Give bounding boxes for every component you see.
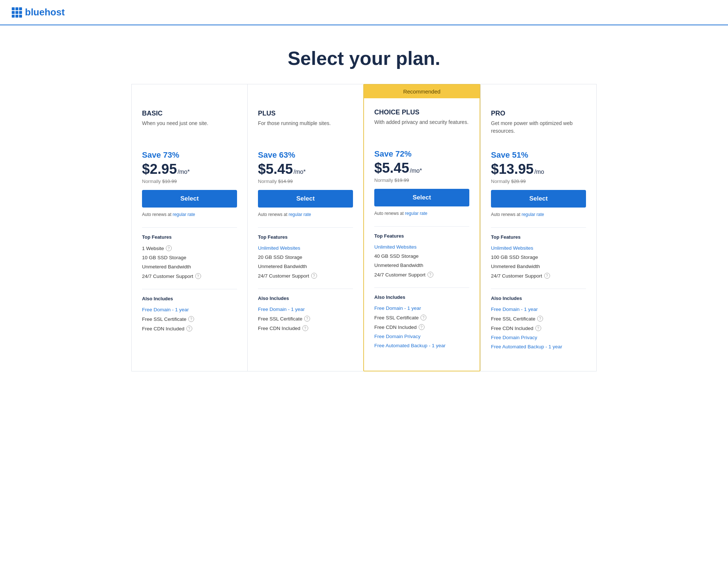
logo-grid-icon [12,7,22,18]
divider-2 [374,287,469,288]
also-includes-item[interactable]: Free Domain - 1 year [258,305,353,314]
also-includes-list: Free Domain - 1 yearFree SSL Certificate… [374,304,469,350]
recommended-banner: Recommended [364,85,480,98]
top-features-label: Top Features [258,234,353,240]
info-icon: ? [419,324,425,330]
price-amount: $5.45 [374,160,409,176]
feature-item: Unmetered Bandwidth [258,262,353,271]
feature-item: Unmetered Bandwidth [374,261,469,270]
also-includes-label: Also Includes [142,296,237,301]
price-normal: Normally $19.99 [374,177,469,183]
also-includes-item: Free CDN Included? [491,323,586,333]
plan-name: CHOICE PLUS [374,109,469,116]
plan-content: CHOICE PLUS With added privacy and secur… [364,98,480,370]
plan-desc: For those running multiple sites. [258,120,353,142]
select-button-choice-plus[interactable]: Select [374,189,469,206]
logo-text: bluehost [25,7,65,18]
also-includes-item[interactable]: Free Domain Privacy [374,332,469,341]
info-icon: ? [421,315,426,320]
price-period: /mo* [410,168,422,174]
plans-container: BASIC When you need just one site. Save … [125,84,603,393]
price-amount: $2.95 [142,161,177,177]
price-row: $5.45 /mo* [374,160,469,176]
also-includes-item: Free SSL Certificate? [142,314,237,324]
regular-rate-link[interactable]: regular rate [405,211,427,216]
also-includes-item: Free CDN Included? [258,323,353,333]
price-period: /mo [534,169,544,175]
feature-item[interactable]: Unlimited Websites [374,242,469,252]
also-includes-item[interactable]: Free Domain - 1 year [142,305,237,314]
plan-desc: With added privacy and security features… [374,118,469,140]
also-includes-item[interactable]: Free Domain - 1 year [374,304,469,313]
also-includes-label: Also Includes [491,296,586,301]
also-includes-list: Free Domain - 1 yearFree SSL Certificate… [142,305,237,333]
logo[interactable]: bluehost [12,7,65,18]
plan-name: BASIC [142,110,237,117]
divider [374,226,469,227]
regular-rate-link[interactable]: regular rate [521,212,544,217]
info-icon: ? [186,326,192,331]
feature-item: 1 Website? [142,243,237,253]
select-button-basic[interactable]: Select [142,190,237,208]
info-icon: ? [166,245,172,251]
banner-spacer [481,84,596,99]
price-row: $2.95 /mo* [142,161,237,177]
plan-card-plus: PLUS For those running multiple sites. S… [247,84,363,371]
top-features-list: Unlimited Websites40 GB SSD StorageUnmet… [374,242,469,279]
plan-content: BASIC When you need just one site. Save … [132,99,247,353]
also-includes-item: Free SSL Certificate? [491,314,586,323]
divider [258,227,353,228]
select-button-pro[interactable]: Select [491,190,586,208]
price-period: /mo* [294,169,306,175]
plan-card-pro: PRO Get more power with optimized web re… [480,84,597,371]
feature-item[interactable]: Unlimited Websites [491,243,586,253]
plan-name: PRO [491,110,586,117]
auto-renew: Auto renews at regular rate [374,211,469,216]
auto-renew: Auto renews at regular rate [258,212,353,217]
plan-card-basic: BASIC When you need just one site. Save … [131,84,247,371]
regular-rate-link[interactable]: regular rate [288,212,311,217]
regular-rate-link[interactable]: regular rate [172,212,195,217]
top-features-list: Unlimited Websites20 GB SSD StorageUnmet… [258,243,353,280]
also-includes-label: Also Includes [374,294,469,300]
divider-2 [142,289,237,289]
also-includes-item: Free CDN Included? [374,322,469,332]
feature-item: 24/7 Customer Support? [374,270,469,279]
top-features-label: Top Features [491,234,586,240]
save-badge: Save 63% [258,150,353,160]
feature-item: 20 GB SSD Storage [258,253,353,262]
price-normal: Normally $10.99 [142,179,237,184]
top-features-label: Top Features [142,234,237,240]
feature-item: Unmetered Bandwidth [491,262,586,271]
price-row: $5.45 /mo* [258,161,353,177]
divider-2 [258,289,353,289]
top-features-list: Unlimited Websites100 GB SSD StorageUnme… [491,243,586,280]
banner-spacer [132,84,247,99]
select-button-plus[interactable]: Select [258,190,353,208]
plan-desc: Get more power with optimized web resour… [491,120,586,142]
save-badge: Save 73% [142,150,237,160]
also-includes-list: Free Domain - 1 yearFree SSL Certificate… [491,305,586,351]
feature-item: 10 GB SSD Storage [142,253,237,262]
save-badge: Save 72% [374,149,469,159]
also-includes-item[interactable]: Free Automated Backup - 1 year [374,341,469,350]
also-includes-item[interactable]: Free Automated Backup - 1 year [491,342,586,351]
also-includes-item[interactable]: Free Domain - 1 year [491,305,586,314]
feature-item[interactable]: Unlimited Websites [258,243,353,253]
info-icon: ? [188,316,194,322]
also-includes-item: Free SSL Certificate? [374,313,469,322]
also-includes-item: Free SSL Certificate? [258,314,353,323]
plan-content: PLUS For those running multiple sites. S… [248,99,363,353]
also-includes-label: Also Includes [258,296,353,301]
plan-desc: When you need just one site. [142,120,237,142]
plan-name: PLUS [258,110,353,117]
feature-item: 24/7 Customer Support? [258,271,353,280]
feature-item: Unmetered Bandwidth [142,262,237,271]
auto-renew: Auto renews at regular rate [142,212,237,217]
price-normal: Normally $14.99 [258,179,353,184]
price-amount: $5.45 [258,161,293,177]
top-features-list: 1 Website?10 GB SSD StorageUnmetered Ban… [142,243,237,281]
page-title-section: Select your plan. [0,25,728,84]
also-includes-item[interactable]: Free Domain Privacy [491,333,586,342]
save-badge: Save 51% [491,150,586,160]
